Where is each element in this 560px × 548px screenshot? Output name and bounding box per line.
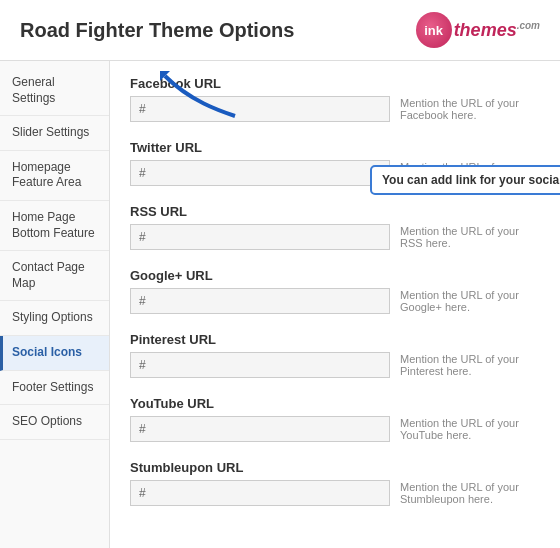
field-label-twitter-url: Twitter URL bbox=[130, 140, 540, 155]
sidebar-item-general-settings[interactable]: General Settings bbox=[0, 66, 109, 116]
field-label-stumbleupon-url: Stumbleupon URL bbox=[130, 460, 540, 475]
field-label-googleplus-url: Google+ URL bbox=[130, 268, 540, 283]
callout-bubble: You can add link for your social icon he… bbox=[370, 165, 560, 195]
input-twitter-url[interactable] bbox=[130, 160, 390, 186]
field-group-stumbleupon-url: Stumbleupon URLMention the URL of your S… bbox=[130, 460, 540, 506]
sidebar-item-social-icons[interactable]: Social Icons bbox=[0, 336, 109, 371]
logo-icon: ink bbox=[416, 12, 452, 48]
field-row-pinterest-url: Mention the URL of your Pinterest here. bbox=[130, 352, 540, 378]
input-stumbleupon-url[interactable] bbox=[130, 480, 390, 506]
field-row-youtube-url: Mention the URL of your YouTube here. bbox=[130, 416, 540, 442]
sidebar-item-seo-options[interactable]: SEO Options bbox=[0, 405, 109, 440]
hint-stumbleupon-url: Mention the URL of your Stumbleupon here… bbox=[400, 481, 540, 505]
sidebar-item-footer-settings[interactable]: Footer Settings bbox=[0, 371, 109, 406]
callout-arrow-icon bbox=[160, 71, 240, 121]
field-row-googleplus-url: Mention the URL of your Google+ here. bbox=[130, 288, 540, 314]
field-group-youtube-url: YouTube URLMention the URL of your YouTu… bbox=[130, 396, 540, 442]
sidebar-item-styling-options[interactable]: Styling Options bbox=[0, 301, 109, 336]
sidebar-item-contact-page-map[interactable]: Contact Page Map bbox=[0, 251, 109, 301]
field-group-rss-url: RSS URLMention the URL of your RSS here. bbox=[130, 204, 540, 250]
hint-youtube-url: Mention the URL of your YouTube here. bbox=[400, 417, 540, 441]
hint-facebook-url: Mention the URL of your Facebook here. bbox=[400, 97, 540, 121]
main-content: Facebook URLMention the URL of your Face… bbox=[110, 61, 560, 548]
field-row-rss-url: Mention the URL of your RSS here. bbox=[130, 224, 540, 250]
field-label-pinterest-url: Pinterest URL bbox=[130, 332, 540, 347]
logo-text: themes.com bbox=[454, 20, 540, 41]
logo: ink themes.com bbox=[416, 12, 540, 48]
logo-abbr: ink bbox=[424, 23, 443, 38]
field-label-youtube-url: YouTube URL bbox=[130, 396, 540, 411]
page-title: Road Fighter Theme Options bbox=[20, 19, 294, 42]
hint-pinterest-url: Mention the URL of your Pinterest here. bbox=[400, 353, 540, 377]
sidebar-item-slider-settings[interactable]: Slider Settings bbox=[0, 116, 109, 151]
sidebar: General SettingsSlider SettingsHomepage … bbox=[0, 61, 110, 548]
field-row-stumbleupon-url: Mention the URL of your Stumbleupon here… bbox=[130, 480, 540, 506]
hint-rss-url: Mention the URL of your RSS here. bbox=[400, 225, 540, 249]
field-group-googleplus-url: Google+ URLMention the URL of your Googl… bbox=[130, 268, 540, 314]
input-googleplus-url[interactable] bbox=[130, 288, 390, 314]
hint-googleplus-url: Mention the URL of your Google+ here. bbox=[400, 289, 540, 313]
input-rss-url[interactable] bbox=[130, 224, 390, 250]
sidebar-item-home-page-bottom-feature[interactable]: Home Page Bottom Feature bbox=[0, 201, 109, 251]
layout: General SettingsSlider SettingsHomepage … bbox=[0, 61, 560, 548]
field-label-rss-url: RSS URL bbox=[130, 204, 540, 219]
sidebar-item-homepage-feature-area[interactable]: Homepage Feature Area bbox=[0, 151, 109, 201]
header: Road Fighter Theme Options ink themes.co… bbox=[0, 0, 560, 61]
input-youtube-url[interactable] bbox=[130, 416, 390, 442]
field-group-pinterest-url: Pinterest URLMention the URL of your Pin… bbox=[130, 332, 540, 378]
input-pinterest-url[interactable] bbox=[130, 352, 390, 378]
